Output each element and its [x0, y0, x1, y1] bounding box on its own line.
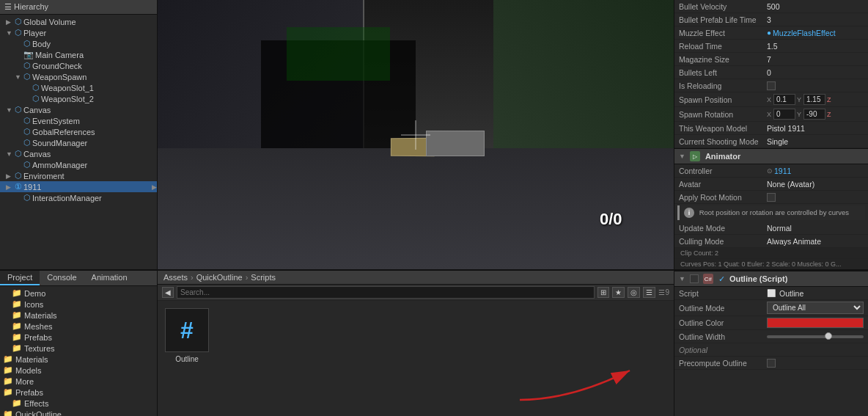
weapon-model-row: This Weapon Model Pistol 1911 — [674, 122, 868, 135]
h-item-canvas1[interactable]: ▼ ⬡ Canvas — [0, 104, 157, 115]
assets-content: # Outline — [158, 301, 674, 416]
bullet-velocity-row: Bullet Velocity 500 — [674, 0, 868, 13]
animator-title: Animator — [705, 152, 740, 161]
outline-section-header[interactable]: ▼ C# ✓ Outline (Script) — [674, 271, 868, 287]
h-item-groundcheck[interactable]: ⬡ GroundCheck — [0, 60, 157, 71]
folder-demo[interactable]: 📁 Demo — [0, 288, 157, 299]
assets-tool4[interactable]: ☰ — [643, 287, 655, 298]
tab-console[interactable]: Console — [40, 271, 84, 285]
spawn-rotation-row: Spawn Rotation X Y Z — [674, 107, 868, 122]
shooting-mode-row: Current Shooting Mode Single — [674, 135, 868, 148]
h-item-canvas2[interactable]: ▼ ⬡ Canvas — [0, 148, 157, 159]
outline-mode-row: Outline Mode Outline All — [674, 300, 868, 316]
h-item-enviroment[interactable]: ▶ ⬡ Enviroment — [0, 170, 157, 181]
is-reloading-checkbox[interactable] — [767, 81, 776, 90]
outline-script-asset[interactable]: # Outline — [165, 308, 209, 409]
curves-info: Curves Pos: 1 Quat: 0 Euler: 2 Scale: 0 … — [674, 259, 868, 269]
bullets-left-row: Bullets Left 0 — [674, 66, 868, 79]
folder-effects[interactable]: 📁 Effects — [0, 398, 157, 409]
h-item-body[interactable]: ⬡ Body — [0, 38, 157, 49]
arrow-indicator — [512, 363, 659, 409]
search-input[interactable] — [177, 286, 595, 299]
update-mode-row: Update Mode Normal — [674, 222, 868, 235]
apply-root-motion-checkbox[interactable] — [767, 193, 776, 202]
spawn-rot-y[interactable] — [803, 109, 825, 120]
hierarchy-content[interactable]: ▶ ⬡ Global Volume ▼ ⬡ Player ⬡ Body 📷 Ma… — [0, 15, 157, 269]
h-item-weaponspawn[interactable]: ▼ ⬡ WeaponSpawn — [0, 71, 157, 82]
spawn-rotation-label: Spawn Rotation — [679, 110, 767, 119]
folder-prefabs-sub[interactable]: 📁 Prefabs — [0, 332, 157, 343]
outline-width-slider[interactable] — [767, 335, 864, 338]
assets-toolbar: ◀ ⊞ ★ ◎ ☰ ☰9 — [158, 285, 674, 301]
script-file-icon: ⬜ — [767, 289, 776, 297]
outline-component-icon: C# — [703, 274, 713, 284]
folder-quickoutline[interactable]: 📁 QuickOutline — [0, 409, 157, 416]
controller-row: Controller ⊙ 1911 — [674, 164, 868, 178]
folder-materials-root[interactable]: 📁 Materials — [0, 354, 157, 365]
outline-enabled-checkbox[interactable] — [690, 274, 699, 283]
project-panel: Project Console Animation 📁 Demo 📁 Icons… — [0, 271, 158, 416]
h-item-ammomanager[interactable]: ⬡ AmmoManager — [0, 159, 157, 170]
precompute-outline-row: Precompute Outline — [674, 357, 868, 370]
hierarchy-header: ☰ Hierarchy — [0, 0, 157, 15]
culling-mode-row: Culling Mode Always Animate — [674, 235, 868, 248]
magazine-size-row: Magazine Size 7 — [674, 53, 868, 66]
outline-width-thumb[interactable] — [825, 332, 832, 340]
folder-more[interactable]: 📁 More — [0, 376, 157, 387]
outline-script-icon: # — [165, 308, 209, 352]
animator-section-header[interactable]: ▼ ▷ Animator — [674, 148, 868, 164]
h-item-1911[interactable]: ▶ ① 1911 ▶ — [0, 181, 157, 192]
outline-mode-select[interactable]: Outline All — [767, 302, 864, 314]
scene-panel: 0/0 — [158, 0, 674, 269]
avatar-row: Avatar None (Avatar) — [674, 178, 868, 191]
root-motion-info: i Root position or rotation are controll… — [677, 205, 865, 220]
script-ref-row: Script ⬜ Outline — [674, 287, 868, 300]
reload-time-row: Reload Time 1.5 — [674, 40, 868, 53]
h-item-eventsystem[interactable]: ⬡ EventSystem — [0, 115, 157, 126]
folder-meshes[interactable]: 📁 Meshes — [0, 321, 157, 332]
assets-tool3[interactable]: ◎ — [628, 287, 640, 298]
assets-tool2[interactable]: ★ — [612, 287, 625, 298]
spawn-pos-x[interactable] — [773, 94, 795, 105]
hierarchy-title: ☰ Hierarchy — [4, 2, 48, 12]
h-item-interactionmanager[interactable]: ⬡ InteractionManager — [0, 192, 157, 203]
folder-prefabs-root[interactable]: 📁 Prefabs — [0, 387, 157, 398]
outline-width-row: Outline Width — [674, 330, 868, 343]
apply-root-motion-row: Apply Root Motion — [674, 191, 868, 204]
h-item-globalrefs[interactable]: ⬡ GobalReferences — [0, 126, 157, 137]
is-reloading-row: Is Reloading — [674, 79, 868, 92]
score-display: 0/0 — [600, 210, 622, 229]
assets-breadcrumb: Assets › QuickOutline › Scripts — [158, 271, 674, 285]
outline-color-picker[interactable] — [767, 318, 864, 328]
assets-count: ☰9 — [658, 288, 669, 296]
hierarchy-panel: ☰ Hierarchy ▶ ⬡ Global Volume ▼ ⬡ Player… — [0, 0, 158, 269]
h-item-globalvolume[interactable]: ▶ ⬡ Global Volume — [0, 16, 157, 27]
outline-script-title: Outline (Script) — [729, 274, 787, 283]
optional-label-row: Optional — [674, 343, 868, 357]
outline-color-row: Outline Color — [674, 316, 868, 330]
outline-inspector: ▼ C# ✓ Outline (Script) Script ⬜ Outline… — [674, 271, 868, 416]
bottom-tabs: Project Console Animation — [0, 271, 157, 286]
assets-panel: Assets › QuickOutline › Scripts ◀ ⊞ ★ ◎ … — [158, 271, 674, 416]
h-item-soundmanager[interactable]: ⬡ SoundManager — [0, 137, 157, 148]
folder-icons[interactable]: 📁 Icons — [0, 299, 157, 310]
tab-project[interactable]: Project — [0, 271, 40, 285]
h-item-player[interactable]: ▼ ⬡ Player — [0, 27, 157, 38]
tab-animation[interactable]: Animation — [84, 271, 135, 285]
folder-tree[interactable]: 📁 Demo 📁 Icons 📁 Materials 📁 Meshes 📁 Pr… — [0, 286, 157, 416]
h-item-weaponslot1[interactable]: ⬡ WeaponSlot_1 — [0, 82, 157, 93]
folder-materials[interactable]: 📁 Materials — [0, 310, 157, 321]
folder-models[interactable]: 📁 Models — [0, 365, 157, 376]
muzzle-effect-row: Muzzle Effect ● MuzzleFlashEffect — [674, 26, 868, 40]
assets-tool1[interactable]: ⊞ — [597, 287, 609, 298]
spawn-position-row: Spawn Position X Y Z — [674, 92, 868, 107]
spawn-pos-y[interactable] — [803, 94, 825, 105]
assets-back-btn[interactable]: ◀ — [162, 287, 174, 298]
folder-textures[interactable]: 📁 Textures — [0, 343, 157, 354]
h-item-weaponslot2[interactable]: ⬡ WeaponSlot_2 — [0, 93, 157, 104]
clip-count-info: Clip Count: 2 — [674, 248, 868, 259]
precompute-outline-checkbox[interactable] — [767, 359, 776, 368]
h-item-maincamera[interactable]: 📷 Main Camera — [0, 49, 157, 60]
inspector-panel: Bullet Velocity 500 Bullet Prefab Life T… — [674, 0, 868, 269]
spawn-rot-x[interactable] — [773, 109, 795, 120]
